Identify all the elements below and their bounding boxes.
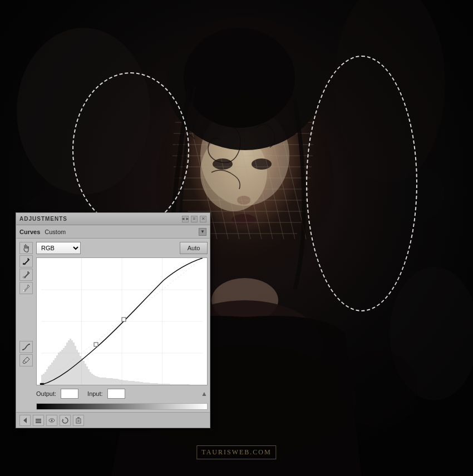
- reset-tool-btn[interactable]: [19, 354, 33, 366]
- svg-rect-107: [136, 381, 138, 385]
- eyedropper-black-btn[interactable]: [19, 255, 33, 267]
- eyedropper-white-icon: [22, 284, 31, 292]
- svg-rect-114: [148, 383, 150, 385]
- svg-rect-98: [121, 380, 123, 385]
- svg-point-41: [23, 276, 24, 278]
- svg-point-40: [23, 263, 24, 265]
- svg-rect-79: [90, 372, 91, 385]
- svg-point-39: [339, 350, 417, 428]
- svg-rect-85: [100, 378, 101, 385]
- svg-rect-105: [133, 381, 135, 385]
- svg-rect-129: [173, 384, 175, 385]
- delete-btn[interactable]: [73, 415, 84, 426]
- svg-marker-151: [23, 418, 27, 423]
- curves-graph[interactable]: [36, 257, 208, 385]
- svg-rect-88: [105, 378, 106, 385]
- svg-rect-60: [58, 353, 60, 385]
- svg-rect-99: [123, 380, 125, 385]
- panel-collapse-btn[interactable]: ◄►: [182, 216, 189, 222]
- eyedropper-gray-btn[interactable]: [19, 269, 33, 281]
- svg-rect-95: [116, 379, 118, 385]
- svg-rect-131: [176, 384, 178, 385]
- svg-rect-150: [40, 383, 44, 385]
- refresh-btn[interactable]: [60, 415, 71, 426]
- svg-rect-80: [91, 374, 93, 385]
- svg-point-8: [252, 158, 272, 170]
- svg-rect-137: [186, 384, 188, 385]
- svg-rect-100: [125, 380, 126, 385]
- svg-rect-154: [36, 422, 41, 423]
- auto-button[interactable]: Auto: [180, 242, 208, 254]
- svg-point-10: [231, 214, 256, 225]
- svg-rect-106: [135, 381, 136, 385]
- svg-rect-83: [96, 376, 98, 385]
- curve-tool-btn[interactable]: [19, 341, 33, 353]
- svg-point-33: [184, 28, 295, 128]
- svg-rect-96: [118, 379, 120, 385]
- svg-rect-122: [161, 384, 163, 385]
- svg-rect-138: [188, 384, 190, 385]
- svg-point-1: [17, 28, 150, 195]
- svg-rect-153: [36, 420, 41, 422]
- delete-icon: [75, 416, 82, 424]
- svg-rect-136: [185, 384, 186, 385]
- output-value-input[interactable]: [61, 389, 78, 399]
- eye-icon: [48, 416, 56, 424]
- svg-rect-132: [178, 384, 180, 385]
- svg-rect-121: [160, 384, 161, 385]
- svg-rect-66: [68, 340, 70, 385]
- layer-icon: [35, 416, 42, 424]
- svg-rect-109: [140, 382, 141, 385]
- svg-point-42: [23, 290, 24, 291]
- svg-rect-82: [95, 376, 96, 385]
- svg-point-156: [51, 419, 53, 421]
- svg-rect-91: [110, 378, 111, 385]
- svg-rect-158: [76, 419, 81, 423]
- color-picker-icon: ▲: [201, 390, 208, 398]
- svg-rect-90: [108, 378, 110, 385]
- svg-rect-58: [55, 358, 56, 385]
- input-value-input[interactable]: [107, 389, 125, 399]
- svg-line-43: [24, 360, 26, 363]
- visibility-btn[interactable]: [46, 415, 57, 426]
- svg-rect-125: [166, 384, 168, 385]
- svg-rect-71: [76, 350, 78, 385]
- curve-tool-icon: [21, 342, 31, 352]
- panel-title: ADJUSTMENTS: [19, 216, 67, 222]
- svg-rect-118: [155, 383, 156, 385]
- svg-rect-112: [145, 383, 146, 385]
- layer-icon-btn[interactable]: [33, 415, 44, 426]
- curves-label: Curves: [19, 229, 40, 235]
- svg-rect-86: [101, 378, 103, 385]
- svg-rect-89: [106, 378, 108, 385]
- svg-rect-61: [60, 351, 61, 385]
- eyedropper-gray-icon: [22, 270, 31, 279]
- svg-rect-133: [180, 384, 181, 385]
- eyedropper-white-btn[interactable]: [19, 282, 33, 294]
- svg-rect-110: [141, 382, 143, 385]
- hand-tool-btn[interactable]: [19, 242, 33, 254]
- svg-rect-69: [73, 343, 75, 385]
- panel-menu-btn[interactable]: ≡: [191, 216, 198, 222]
- svg-rect-57: [53, 360, 55, 385]
- svg-rect-68: [71, 340, 73, 385]
- svg-rect-76: [85, 364, 86, 385]
- svg-rect-63: [63, 348, 65, 385]
- output-label: Output:: [36, 390, 56, 397]
- panel-close-btn[interactable]: ✕: [200, 216, 206, 222]
- svg-rect-126: [168, 384, 170, 385]
- pencil-tool-icon: [22, 356, 31, 365]
- svg-rect-117: [153, 383, 155, 385]
- curves-header: Curves Custom ▼: [16, 225, 210, 239]
- channel-select[interactable]: RGB Red Green Blue: [36, 242, 81, 254]
- refresh-icon: [61, 416, 69, 424]
- svg-rect-72: [78, 353, 80, 385]
- svg-rect-134: [181, 384, 183, 385]
- curves-preset-dropdown[interactable]: ▼: [199, 228, 206, 236]
- svg-rect-149: [94, 343, 98, 346]
- panel-bottom-toolbar: [16, 412, 210, 428]
- svg-rect-127: [170, 384, 171, 385]
- svg-rect-123: [163, 384, 165, 385]
- svg-rect-87: [103, 378, 105, 385]
- back-arrow-btn[interactable]: [19, 415, 31, 426]
